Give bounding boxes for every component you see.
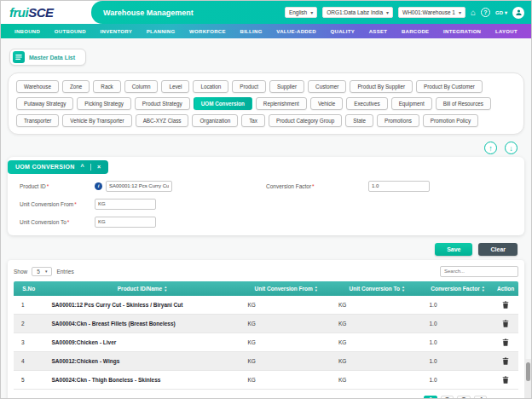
- master-data-tab[interactable]: Product Category Group: [269, 114, 342, 127]
- chevron-down-icon: ▾: [386, 9, 389, 15]
- conversion-factor-row: Conversion Factor*: [266, 181, 512, 192]
- search-input[interactable]: [440, 266, 518, 277]
- conversion-factor-input[interactable]: [368, 181, 430, 192]
- clear-button[interactable]: Clear: [478, 243, 518, 256]
- table-row[interactable]: 5 SA00024:Ckn - Thigh Boneless - Skinles…: [14, 371, 518, 390]
- top-bar: fruiSCE Warehouse Management English ▾ O…: [1, 1, 531, 24]
- organization-select[interactable]: ORG1:Data Labz India ▾: [322, 7, 393, 18]
- nav-item[interactable]: PLANNING: [147, 29, 176, 34]
- delete-icon[interactable]: [502, 301, 509, 309]
- column-header-unit-from[interactable]: Unit Conversion From▲▼: [240, 281, 332, 297]
- master-data-tab[interactable]: Transporter: [16, 114, 59, 127]
- master-data-tab[interactable]: Zone: [62, 80, 90, 93]
- master-data-tab[interactable]: Promotion Policy: [423, 114, 478, 127]
- master-data-list-button[interactable]: Master Data List: [9, 49, 86, 66]
- master-data-tab[interactable]: UOM Conversion: [194, 97, 252, 110]
- master-data-tab[interactable]: Equipment: [391, 97, 432, 110]
- nav-item[interactable]: INVENTORY: [101, 29, 132, 34]
- master-data-tab[interactable]: Customer: [308, 80, 346, 93]
- page-number-button[interactable]: 1: [424, 396, 437, 399]
- product-id-input[interactable]: [106, 181, 172, 192]
- unit-to-input[interactable]: [95, 217, 156, 228]
- home-icon[interactable]: ⌂: [471, 9, 476, 17]
- uom-conversion-form: UOM CONVERSION ^ × Product ID* i Unit Co…: [8, 157, 524, 235]
- page-number-button[interactable]: 3: [457, 396, 470, 399]
- master-data-tab[interactable]: Product By Supplier: [350, 80, 413, 93]
- sort-icon[interactable]: ▲▼: [402, 286, 405, 292]
- help-icon[interactable]: ?: [481, 8, 490, 17]
- master-data-tab[interactable]: Level: [161, 80, 189, 93]
- close-icon[interactable]: ×: [97, 164, 101, 170]
- page-size-select[interactable]: 5 ▾: [32, 267, 52, 276]
- master-data-tab[interactable]: Vehicle By Transporter: [62, 114, 131, 127]
- sort-icon[interactable]: ▲▼: [482, 286, 485, 292]
- scrollbar-thumb[interactable]: [526, 362, 530, 381]
- master-data-tab[interactable]: Column: [124, 80, 159, 93]
- table-row[interactable]: 3 SA00009:Chicken - Liver KG KG 1.0: [14, 333, 518, 352]
- unit-from-input[interactable]: [95, 199, 156, 210]
- page-number-button[interactable]: 4: [474, 396, 487, 399]
- document-list-icon: [13, 51, 25, 63]
- cell-unit-from: KG: [240, 296, 332, 315]
- column-header-unit-to[interactable]: Unit Conversion To▲▼: [332, 281, 423, 297]
- master-data-tab[interactable]: Supplier: [269, 80, 304, 93]
- master-data-tab[interactable]: Promotions: [377, 114, 419, 127]
- master-data-tab[interactable]: Putaway Strategy: [16, 97, 73, 110]
- nav-item[interactable]: VALUE-ADDED: [276, 29, 316, 34]
- unit-to-row: Unit Conversion To*: [20, 217, 266, 228]
- master-data-tab[interactable]: Executives: [346, 97, 387, 110]
- nav-item[interactable]: WORKFORCE: [189, 29, 226, 34]
- nav-item[interactable]: OUTBOUND: [55, 29, 86, 34]
- download-icon[interactable]: ↓: [505, 142, 518, 154]
- master-data-tab[interactable]: State: [345, 114, 373, 127]
- sort-icon[interactable]: ▲▼: [164, 286, 167, 292]
- delete-icon[interactable]: [502, 357, 509, 365]
- column-header-product[interactable]: Product ID/Name▲▼: [44, 281, 241, 297]
- sort-icon[interactable]: ▲▼: [315, 286, 318, 292]
- user-initials-menu[interactable]: GD ▾: [495, 9, 507, 15]
- nav-item[interactable]: BILLING: [240, 29, 263, 34]
- info-icon[interactable]: i: [95, 182, 102, 190]
- master-data-tab[interactable]: Tax: [241, 114, 265, 127]
- nav-item[interactable]: INBOUND: [14, 29, 40, 34]
- save-button[interactable]: Save: [435, 243, 472, 256]
- column-header-factor[interactable]: Conversion Factor▲▼: [423, 281, 494, 297]
- delete-icon[interactable]: [502, 376, 509, 384]
- app-root: fruiSCE Warehouse Management English ▾ O…: [0, 0, 532, 399]
- nav-item[interactable]: QUALITY: [331, 29, 355, 34]
- collapse-icon[interactable]: ^: [81, 164, 84, 170]
- column-header-sno: S.No: [14, 281, 44, 297]
- master-data-tab[interactable]: Picking Strategy: [77, 97, 131, 110]
- master-data-tab[interactable]: Product Strategy: [135, 97, 190, 110]
- master-data-tab[interactable]: Product: [232, 80, 266, 93]
- nav-item[interactable]: INTEGRATION: [443, 29, 481, 34]
- master-data-tab[interactable]: Organization: [192, 114, 238, 127]
- table-row[interactable]: 1 SA00001:12 Pcs Curry Cut - Skinless / …: [14, 296, 518, 315]
- master-data-tab[interactable]: ABC-XYZ Class: [136, 114, 189, 127]
- table-row[interactable]: 4 SA00012:Chicken - Wings KG KG 1.0: [14, 352, 518, 371]
- delete-icon[interactable]: [502, 320, 509, 327]
- master-data-tab[interactable]: Vehicle: [310, 97, 343, 110]
- master-data-tab[interactable]: Warehouse: [16, 80, 59, 93]
- user-avatar[interactable]: [512, 7, 524, 19]
- vertical-scrollbar[interactable]: [525, 359, 531, 399]
- table-row[interactable]: 2 SA00004:Ckn - Breast Fillets (Breast B…: [14, 315, 518, 333]
- master-data-tab[interactable]: Bill of Resources: [436, 97, 491, 110]
- delete-icon[interactable]: [502, 338, 509, 346]
- cell-unit-to: KG: [332, 333, 423, 352]
- upload-icon[interactable]: ↑: [484, 142, 497, 154]
- master-data-tab[interactable]: Replenishment: [256, 97, 307, 110]
- master-data-tab[interactable]: Product By Customer: [416, 80, 483, 93]
- cell-unit-to: KG: [332, 315, 423, 333]
- page-number-button[interactable]: 2: [441, 396, 454, 399]
- master-data-tab[interactable]: Location: [193, 80, 228, 93]
- nav-item[interactable]: BARCODE: [402, 29, 429, 34]
- product-id-label: Product ID*: [20, 183, 95, 189]
- nav-item[interactable]: ASSET: [369, 29, 388, 34]
- brand-logo[interactable]: fruiSCE: [1, 1, 91, 24]
- cell-unit-to: KG: [332, 371, 423, 390]
- nav-item[interactable]: LAYOUT: [495, 29, 518, 34]
- master-data-tab[interactable]: Rack: [93, 80, 120, 93]
- language-select[interactable]: English ▾: [285, 7, 317, 18]
- warehouse-select[interactable]: WH001:Warehouse 1 ▾: [398, 7, 466, 18]
